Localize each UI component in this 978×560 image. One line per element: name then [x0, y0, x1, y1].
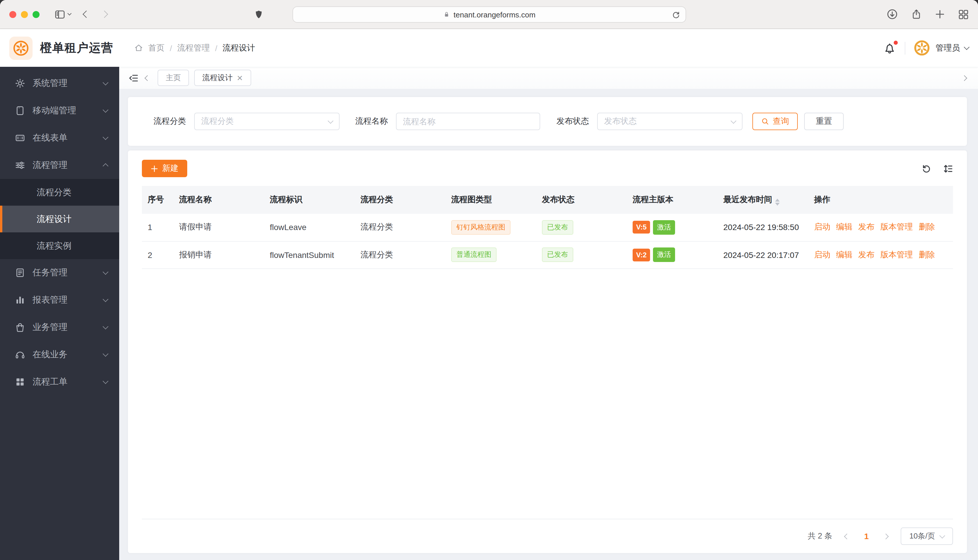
- user-name[interactable]: 管理员: [936, 43, 960, 53]
- table-tools: [921, 163, 953, 173]
- query-button[interactable]: 查询: [752, 113, 798, 130]
- notification-bell-icon[interactable]: [884, 42, 895, 54]
- plus-icon: [150, 165, 158, 172]
- action-edit[interactable]: 编辑: [836, 222, 853, 233]
- new-tab-icon[interactable]: [935, 9, 945, 19]
- breadcrumb-flow-mgmt[interactable]: 流程管理: [177, 43, 210, 53]
- sidebar-item-label: 报表管理: [33, 295, 67, 305]
- close-tab-icon[interactable]: ✕: [237, 74, 243, 82]
- sidebar-item-task-mgmt[interactable]: 任务管理: [0, 259, 119, 287]
- bag-icon: [15, 322, 25, 332]
- sidebar-item-report-mgmt[interactable]: 报表管理: [0, 287, 119, 314]
- current-page[interactable]: 1: [864, 532, 869, 541]
- column-settings-icon[interactable]: [943, 163, 953, 173]
- flow-name-input[interactable]: [396, 113, 540, 130]
- tabs: 主页 流程设计 ✕: [157, 70, 251, 86]
- action-delete[interactable]: 删除: [919, 250, 935, 260]
- action-start[interactable]: 启动: [814, 222, 830, 233]
- action-start[interactable]: 启动: [814, 250, 830, 260]
- table-row: 2 报销申请 flowTenantSubmit 流程分类 普通流程图 已发布 V…: [142, 241, 953, 268]
- action-delete[interactable]: 删除: [919, 222, 935, 233]
- tabs-scroll-left-icon[interactable]: [144, 75, 150, 81]
- active-badge: 激活: [653, 220, 675, 235]
- close-window-button[interactable]: [9, 11, 16, 18]
- forward-icon[interactable]: [102, 12, 107, 17]
- page-size-select[interactable]: 10条/页: [901, 527, 953, 545]
- orange-slice-icon: [13, 40, 29, 56]
- action-publish[interactable]: 发布: [858, 250, 874, 260]
- sidebar-item-flow-design[interactable]: 流程设计: [0, 206, 119, 232]
- cell-publish-time: 2024-05-22 20:17:07: [717, 241, 808, 268]
- tabs-scroll-right-icon[interactable]: [961, 75, 967, 81]
- collapse-menu-icon[interactable]: [129, 73, 139, 83]
- sidebar-item-flow-ticket[interactable]: 流程工单: [0, 368, 119, 396]
- col-publish-status: 发布状态: [536, 186, 627, 214]
- action-publish[interactable]: 发布: [858, 222, 874, 233]
- chevron-down-icon: [940, 532, 945, 538]
- filter-status-label: 发布状态: [557, 116, 589, 127]
- sidebar-item-flow-mgmt[interactable]: 流程管理: [0, 152, 119, 179]
- chevron-down-icon: [103, 296, 109, 302]
- pagination: 共 2 条 1 10条/页: [142, 519, 953, 553]
- cell-key: flowLeave: [264, 214, 355, 241]
- reload-icon[interactable]: [672, 10, 680, 19]
- downloads-icon[interactable]: [887, 9, 898, 20]
- address-bar[interactable]: tenant.orangeforms.com: [293, 7, 686, 23]
- prev-page-icon[interactable]: [844, 533, 850, 539]
- zoom-window-button[interactable]: [33, 11, 40, 18]
- chevron-down-icon: [103, 323, 109, 329]
- sidebar-chevron-icon[interactable]: [68, 13, 71, 16]
- user-menu-chevron-icon[interactable]: [964, 44, 970, 50]
- tab-label: 主页: [166, 73, 181, 83]
- sidebar-item-system[interactable]: 系统管理: [0, 70, 119, 97]
- chrome-toolbar-right: [887, 9, 969, 20]
- version-badge: V:5: [633, 221, 650, 234]
- chevron-down-icon: [103, 134, 109, 140]
- filter-category-field: 流程分类 流程分类: [154, 113, 339, 130]
- filter-status-field: 发布状态 发布状态: [557, 113, 742, 130]
- reset-button[interactable]: 重置: [804, 113, 844, 130]
- tab-home[interactable]: 主页: [157, 70, 189, 86]
- sidebar-item-flow-instance[interactable]: 流程实例: [0, 232, 119, 259]
- privacy-shield-icon[interactable]: [254, 9, 263, 20]
- user-avatar[interactable]: [913, 40, 930, 57]
- safari-sidebar-icon[interactable]: [55, 9, 65, 20]
- next-page-icon[interactable]: [883, 533, 889, 539]
- publish-status-tag: 已发布: [542, 220, 573, 235]
- sidebar-item-label: 移动端管理: [33, 105, 76, 116]
- action-edit[interactable]: 编辑: [836, 250, 853, 260]
- publish-status-select[interactable]: 发布状态: [597, 113, 742, 130]
- action-version-mgmt[interactable]: 版本管理: [880, 250, 913, 260]
- col-actions: 操作: [808, 186, 953, 214]
- version-badge: V:2: [633, 248, 650, 261]
- refresh-icon[interactable]: [921, 163, 931, 173]
- category-select[interactable]: 流程分类: [194, 113, 339, 130]
- tab-overview-icon[interactable]: [958, 9, 969, 20]
- sidebar-item-mobile[interactable]: 移动端管理: [0, 97, 119, 124]
- sort-carets-icon[interactable]: [775, 198, 780, 205]
- flow-table: 序号 流程名称 流程标识 流程分类 流程图类型 发布状态 流程主版本 最近发布时…: [142, 186, 953, 269]
- sidebar-item-label: 在线表单: [33, 132, 67, 143]
- filter-panel: 流程分类 流程分类 流程名称 发布状态 发布状态: [128, 97, 967, 146]
- minimize-window-button[interactable]: [21, 11, 28, 18]
- diagram-type-tag: 普通流程图: [451, 247, 497, 262]
- mobile-icon: [15, 106, 25, 116]
- tab-flow-design[interactable]: 流程设计 ✕: [194, 70, 251, 86]
- sidebar-item-flow-category[interactable]: 流程分类: [0, 179, 119, 206]
- breadcrumb-home[interactable]: 首页: [148, 43, 165, 53]
- app-header: 橙单租户运营 首页 / 流程管理 / 流程设计: [0, 29, 978, 67]
- lock-icon: [443, 10, 450, 18]
- share-icon[interactable]: [911, 9, 921, 20]
- back-icon[interactable]: [84, 12, 89, 17]
- sidebar-item-online-form[interactable]: 在线表单: [0, 124, 119, 152]
- create-button[interactable]: 新建: [142, 160, 187, 177]
- chevron-down-icon: [103, 378, 109, 384]
- sidebar-item-label: 业务管理: [33, 322, 67, 333]
- sidebar-item-business-mgmt[interactable]: 业务管理: [0, 314, 119, 341]
- sidebar-submenu-flow: 流程分类 流程设计 流程实例: [0, 179, 119, 259]
- action-version-mgmt[interactable]: 版本管理: [880, 222, 913, 233]
- tab-bar: 主页 流程设计 ✕: [119, 67, 978, 89]
- headset-icon: [15, 350, 25, 360]
- sidebar-item-online-business[interactable]: 在线业务: [0, 341, 119, 368]
- col-name: 流程名称: [173, 186, 264, 214]
